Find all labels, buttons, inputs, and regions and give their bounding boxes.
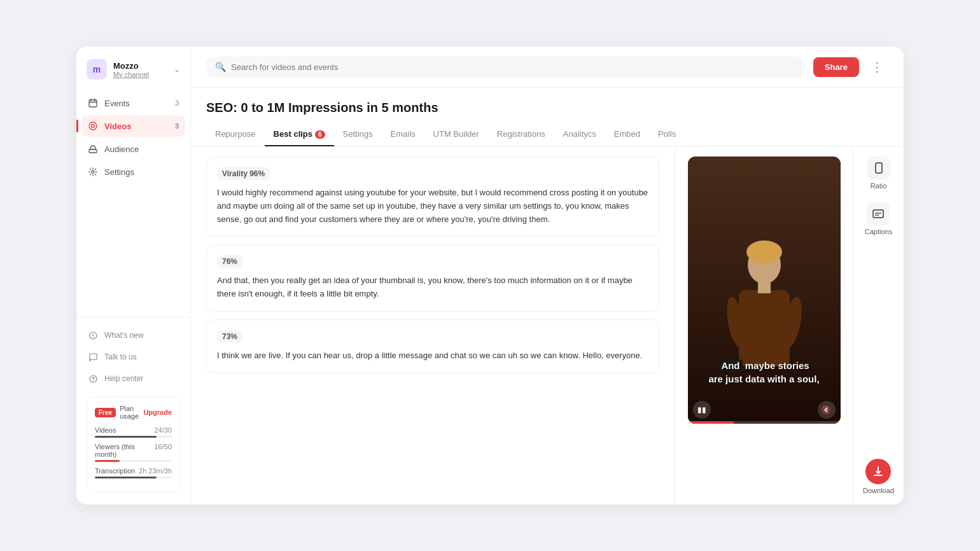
help-center-icon <box>88 373 98 384</box>
clip-card[interactable]: 73% I think we are live. If you can hear… <box>206 319 659 373</box>
upgrade-button[interactable]: Upgrade <box>143 408 172 416</box>
sidebar-item-label: Settings <box>104 167 134 177</box>
plan-progress-bar <box>95 477 172 478</box>
plan-box: Free Plan usage Upgrade Videos 24/30 Vie… <box>87 396 180 492</box>
pause-button[interactable]: ▮▮ <box>693 401 711 419</box>
svg-rect-23 <box>874 475 883 476</box>
tab-label: Embed <box>614 129 640 139</box>
plan-stat-value: 16/50 <box>154 443 172 458</box>
nav-badge: 3 <box>175 122 179 130</box>
tab-settings[interactable]: Settings <box>334 123 382 146</box>
chevron-down-icon: ⌄ <box>174 65 180 74</box>
search-icon: 🔍 <box>215 62 226 72</box>
video-progress-fill <box>688 421 734 424</box>
sidebar-item-settings[interactable]: Settings <box>81 161 185 183</box>
person-silhouette-icon <box>726 239 802 379</box>
share-button[interactable]: Share <box>813 57 859 77</box>
sidebar-bottom-label: What's new <box>104 331 144 340</box>
right-tools: Ratio Captions <box>853 146 904 505</box>
sidebar-item-help-center[interactable]: Help center <box>81 368 185 389</box>
sidebar-nav: Events 3 Videos 3 Audience Settings <box>76 92 190 317</box>
brand-selector[interactable]: m Mozzo My channel ⌄ <box>76 59 190 92</box>
svg-point-14 <box>746 241 782 263</box>
tab-emails[interactable]: Emails <box>382 123 424 146</box>
plan-stat-value: 2h 23m/3h <box>139 467 172 475</box>
sidebar-item-videos[interactable]: Videos 3 <box>81 115 185 137</box>
video-area: 17s <box>675 146 853 505</box>
free-badge: Free <box>95 408 116 417</box>
clip-text: I would highly recommend against using y… <box>217 186 648 226</box>
clip-card[interactable]: 76% And that, then you really get an ide… <box>206 244 659 312</box>
ratio-label: Ratio <box>871 182 887 190</box>
clip-text: I think we are live. If you can hear us,… <box>217 349 648 363</box>
video-player[interactable]: 17s <box>688 157 841 424</box>
tab-analytics[interactable]: Analitycs <box>554 123 605 146</box>
video-progress-bar[interactable] <box>688 421 841 424</box>
sidebar-item-label: Videos <box>104 122 131 131</box>
talk-to-us-icon <box>88 352 98 362</box>
plan-progress-fill <box>95 436 157 438</box>
main-content: 🔍 Share ⋮ SEO: 0 to 1M Impressions in 5 … <box>191 46 904 505</box>
plan-progress-bar <box>95 460 172 462</box>
mute-button[interactable]: 🔇 <box>818 401 836 419</box>
tab-repurpose[interactable]: Repurpose <box>206 123 265 146</box>
tab-badge: 6 <box>315 130 325 139</box>
tab-label: Analitycs <box>563 129 596 139</box>
captions-tool[interactable]: Captions <box>865 202 892 235</box>
plan-usage-label: Plan usage <box>120 405 139 420</box>
video-controls: ▮▮ 🔇 <box>693 401 836 419</box>
clip-card[interactable]: Virality 96% I would highly recommend ag… <box>206 157 659 237</box>
virality-badge: Virality 96% <box>217 167 270 180</box>
content-area: SEO: 0 to 1M Impressions in 5 months Rep… <box>191 88 904 505</box>
tab-embed[interactable]: Embed <box>605 123 649 146</box>
video-person: And maybe stories are just data with a s… <box>688 157 841 424</box>
svg-rect-16 <box>758 281 771 293</box>
svg-rect-20 <box>873 210 883 218</box>
search-bar[interactable]: 🔍 <box>206 57 803 77</box>
subtitle-highlight: And <box>718 359 742 372</box>
content-split: Virality 96% I would highly recommend ag… <box>191 146 904 505</box>
tab-polls[interactable]: Polls <box>649 123 685 146</box>
tab-label: Settings <box>343 129 373 139</box>
svg-rect-0 <box>89 100 97 107</box>
header: 🔍 Share ⋮ <box>191 46 904 88</box>
plan-progress-bar <box>95 436 172 438</box>
videos-icon <box>88 121 98 131</box>
sidebar-item-talk-to-us[interactable]: Talk to us <box>81 347 185 367</box>
plan-progress-fill <box>95 460 120 462</box>
svg-point-12 <box>92 380 93 380</box>
plan-stat-viewers-(this-month): Viewers (this month) 16/50 <box>95 443 172 462</box>
tab-registrations[interactable]: Registrations <box>488 123 554 146</box>
ratio-tool[interactable]: Ratio <box>867 157 890 190</box>
sidebar-bottom: What's new Talk to us Help center Free P… <box>76 317 190 492</box>
svg-point-10 <box>92 337 93 337</box>
sidebar-bottom-label: Talk to us <box>104 352 137 361</box>
search-input[interactable] <box>231 62 794 72</box>
sidebar-item-events[interactable]: Events 3 <box>81 92 185 114</box>
tab-utm-builder[interactable]: UTM Builder <box>424 123 488 146</box>
sidebar-item-whats-new[interactable]: What's new <box>81 325 185 345</box>
events-icon <box>88 98 98 108</box>
more-options-button[interactable]: ⋮ <box>865 57 888 77</box>
audience-icon <box>88 144 98 154</box>
brand-channel: My channel <box>113 71 167 78</box>
svg-rect-19 <box>876 163 882 173</box>
download-tool[interactable]: Download <box>863 459 894 494</box>
svg-point-5 <box>92 125 95 128</box>
tab-best-clips[interactable]: Best clips6 <box>265 123 334 146</box>
sidebar: m Mozzo My channel ⌄ Events 3 Videos 3 A… <box>76 46 191 505</box>
download-icon[interactable] <box>865 459 891 484</box>
tab-label: Registrations <box>497 129 545 139</box>
settings-icon <box>88 167 98 177</box>
tab-label: Repurpose <box>215 129 256 139</box>
download-label: Download <box>863 487 894 494</box>
tab-label: Polls <box>658 129 676 139</box>
virality-badge: 73% <box>217 330 242 343</box>
svg-rect-15 <box>739 290 790 366</box>
brand-info: Mozzo My channel <box>113 61 167 78</box>
plan-stat-name: Viewers (this month) <box>95 443 154 458</box>
clip-text: And that, then you really get an idea of… <box>217 274 648 301</box>
sidebar-item-label: Audience <box>104 144 139 154</box>
sidebar-item-audience[interactable]: Audience <box>81 138 185 160</box>
page-title: SEO: 0 to 1M Impressions in 5 months <box>191 88 904 115</box>
